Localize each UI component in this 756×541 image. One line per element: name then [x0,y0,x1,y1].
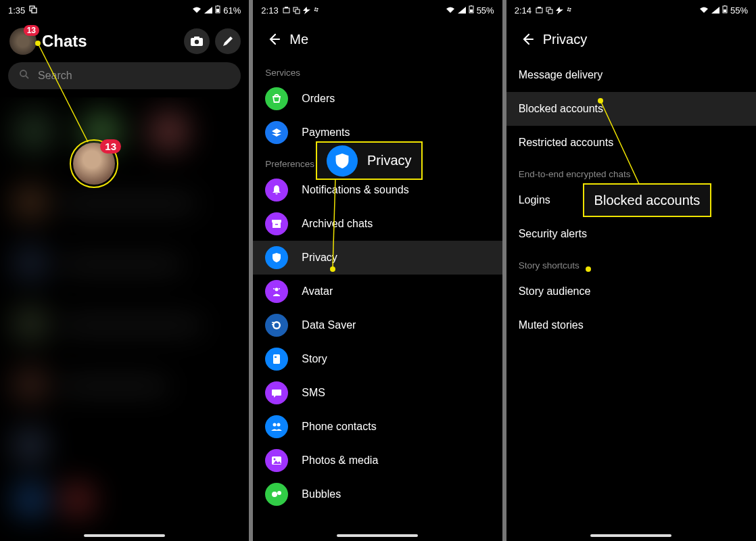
callout-avatar-circle: 13 [70,139,118,188]
orders-icon [265,87,288,110]
row-datasaver[interactable]: Data Saver [253,308,502,342]
svg-rect-38 [548,9,552,14]
row-sms[interactable]: SMS [253,376,502,410]
story-icon [265,348,288,371]
callout-blocked-box: Blocked accounts [583,183,711,217]
datasaver-icon [265,314,288,337]
svg-rect-19 [275,224,278,225]
svg-rect-16 [471,5,472,6]
back-button[interactable] [260,26,287,53]
camera-button[interactable] [184,28,210,54]
svg-point-24 [275,323,279,328]
svg-rect-6 [194,37,199,39]
sms-icon [265,381,288,404]
shield-icon [265,246,288,269]
section-e2e: End-to-end encrypted chats [506,160,756,183]
bubbles-icon [265,483,288,506]
privacy-header: Privacy [506,20,756,58]
svg-point-34 [277,491,281,495]
svg-rect-40 [724,9,726,12]
signal-icon [458,5,466,16]
row-avatar[interactable]: Avatar [253,275,502,308]
contacts-icon [265,415,288,438]
row-label: Archived chats [302,218,373,230]
callout-dot [598,98,603,103]
callout-label: Privacy [367,153,412,168]
row-restricted-accounts[interactable]: Restricted accounts [506,126,756,160]
svg-point-8 [20,70,26,76]
row-label: Payments [302,126,350,139]
row-story-audience[interactable]: Story audience [506,275,756,308]
status-bar: 2:14 55% [506,0,756,20]
page-title: Privacy [543,32,588,47]
row-muted-stories[interactable]: Muted stories [506,308,756,342]
battery-icon [722,5,728,16]
archive-icon [265,212,288,235]
callout-dot [35,41,41,46]
row-label: Logins [519,194,550,206]
status-battery: 55% [477,5,494,16]
battery-icon [215,5,220,16]
search-icon [19,69,30,83]
unread-badge: 13 [24,25,39,36]
svg-rect-35 [536,8,542,13]
svg-point-29 [273,423,277,427]
signal-icon [204,5,212,16]
nav-pill[interactable] [84,534,165,537]
row-message-delivery[interactable]: Message delivery [506,58,756,92]
nav-pill[interactable] [590,534,671,537]
row-label: Message delivery [519,69,603,81]
status-time: 2:13 [261,5,278,16]
compose-button[interactable] [215,28,241,54]
row-label: Story [302,353,327,365]
back-button[interactable] [513,26,540,53]
notif-icons [283,7,322,14]
status-bar: 2:13 55% [253,0,502,20]
row-security-alerts[interactable]: Security alerts [506,217,756,251]
row-photos[interactable]: Photos & media [253,444,502,477]
svg-rect-41 [724,5,726,6]
callout-dot [330,266,335,272]
row-label: Muted stories [519,319,584,331]
row-story[interactable]: Story [253,342,502,376]
svg-rect-36 [538,7,541,8]
svg-point-21 [279,288,280,289]
shield-icon [327,145,358,177]
me-header: Me [253,20,502,58]
status-bar: 1:35 61% [0,0,249,20]
wifi-icon [699,5,709,16]
row-label: Avatar [302,285,333,298]
row-privacy[interactable]: Privacy [253,241,502,275]
svg-rect-13 [296,9,300,14]
row-label: Privacy [302,252,337,264]
row-label: Phone contacts [302,421,376,433]
blurred-chat-list [0,97,249,541]
row-orders[interactable]: Orders [253,82,502,116]
section-story-shortcuts: Story shortcuts [506,251,756,275]
row-bubbles[interactable]: Bubbles [253,477,502,511]
row-label: Security alerts [519,228,587,240]
svg-rect-17 [272,220,281,222]
row-contacts[interactable]: Phone contacts [253,410,502,444]
page-title: Chats [42,32,179,51]
nav-pill[interactable] [337,534,418,537]
wifi-icon [446,5,455,16]
row-label: Orders [302,93,335,105]
status-time: 2:14 [515,5,531,16]
screen-chats: 1:35 61% 13 Chats [0,0,249,541]
svg-point-22 [273,288,275,289]
search-input[interactable]: Search [8,62,241,89]
row-blocked-accounts[interactable]: Blocked accounts [506,92,756,126]
screen-me: 2:13 55% Me Services [253,0,502,541]
svg-rect-4 [217,5,218,6]
row-label: Blocked accounts [519,103,603,115]
status-battery: 55% [730,5,748,16]
callout-dot [586,266,591,272]
notif-icons [536,7,575,14]
screen-privacy: 2:14 55% Privacy Message [506,0,756,541]
svg-rect-3 [216,9,219,12]
bell-icon [265,179,288,202]
svg-rect-28 [275,356,277,358]
row-archived[interactable]: Archived chats [253,207,502,241]
profile-avatar[interactable]: 13 [9,28,37,55]
